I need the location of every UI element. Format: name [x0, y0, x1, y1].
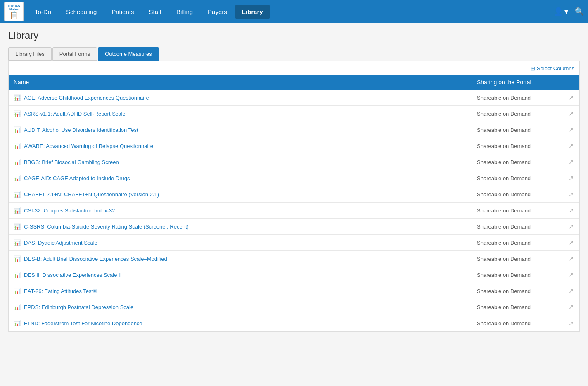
app-logo[interactable]: Therapy Notes 📋: [4, 2, 24, 21]
row-action-icon[interactable]: ↗: [569, 158, 574, 165]
row-sharing: Shareable on Demand: [472, 299, 563, 315]
row-name-link[interactable]: 📊CSI-32: Couples Satisfaction Index-32: [14, 207, 467, 214]
row-action-icon[interactable]: ↗: [569, 239, 574, 246]
table-toolbar: ⊞ Select Columns: [9, 65, 579, 75]
row-sharing: Shareable on Demand: [472, 235, 563, 251]
row-name-text: ACE: Adverse Childhood Experiences Quest…: [24, 95, 149, 101]
row-name-link[interactable]: 📊CRAFFT 2.1+N: CRAFFT+N Questionnaire (V…: [14, 191, 467, 198]
row-sharing: Shareable on Demand: [472, 219, 563, 235]
nav-scheduling[interactable]: Scheduling: [59, 5, 103, 19]
row-name-link[interactable]: 📊ACE: Adverse Childhood Experiences Ques…: [14, 94, 467, 101]
table-row: 📊EAT-26: Eating Attitudes Test©Shareable…: [9, 283, 579, 299]
row-name-text: CRAFFT 2.1+N: CRAFFT+N Questionnaire (Ve…: [24, 191, 159, 198]
row-sharing: Shareable on Demand: [472, 154, 563, 170]
chart-bar-icon: 📊: [14, 320, 21, 326]
row-sharing: Shareable on Demand: [472, 170, 563, 186]
row-action-icon[interactable]: ↗: [569, 207, 574, 214]
table-row: 📊CSI-32: Couples Satisfaction Index-32Sh…: [9, 203, 579, 219]
row-action-icon[interactable]: ↗: [569, 110, 574, 117]
row-action-icon[interactable]: ↗: [569, 191, 574, 198]
chart-bar-icon: 📊: [14, 110, 21, 117]
nav-billing[interactable]: Billing: [170, 5, 199, 19]
row-name-text: BBGS: Brief Biosocial Gambling Screen: [24, 159, 119, 165]
row-name-text: DES II: Dissociative Experiences Scale I…: [24, 272, 121, 278]
page-content: Library Library Files Portal Forms Outco…: [0, 23, 588, 338]
row-name-link[interactable]: 📊EAT-26: Eating Attitudes Test©: [14, 288, 467, 294]
chart-bar-icon: 📊: [14, 159, 21, 165]
nav-todo[interactable]: To-Do: [28, 5, 58, 19]
row-name-text: CAGE-AID: CAGE Adapted to Include Drugs: [24, 175, 130, 181]
row-name-text: C-SSRS: Columbia-Suicide Severity Rating…: [24, 224, 189, 230]
grid-icon: ⊞: [531, 65, 535, 71]
row-name-text: DES-B: Adult Brief Dissociative Experien…: [24, 256, 167, 262]
row-action-icon[interactable]: ↗: [569, 319, 574, 326]
nav-library[interactable]: Library: [235, 5, 270, 19]
table-row: 📊AWARE: Advanced Warning of Relapse Ques…: [9, 138, 579, 154]
row-action-icon[interactable]: ↗: [569, 223, 574, 230]
chart-bar-icon: 📊: [14, 304, 21, 310]
chart-bar-icon: 📊: [14, 223, 21, 230]
nav-staff[interactable]: Staff: [142, 5, 168, 19]
row-action-icon[interactable]: ↗: [569, 174, 574, 181]
table-row: 📊CAGE-AID: CAGE Adapted to Include Drugs…: [9, 170, 579, 186]
table-row: 📊C-SSRS: Columbia-Suicide Severity Ratin…: [9, 219, 579, 235]
row-sharing: Shareable on Demand: [472, 283, 563, 299]
select-columns-button[interactable]: ⊞ Select Columns: [531, 65, 574, 71]
table-row: 📊DES II: Dissociative Experiences Scale …: [9, 267, 579, 283]
row-name-link[interactable]: 📊AWARE: Advanced Warning of Relapse Ques…: [14, 143, 467, 149]
row-sharing: Shareable on Demand: [472, 138, 563, 154]
row-name-link[interactable]: 📊DAS: Dyadic Adjustment Scale: [14, 239, 467, 246]
tab-outcome-measures[interactable]: Outcome Measures: [98, 47, 159, 61]
row-action-icon[interactable]: ↗: [569, 303, 574, 310]
chart-bar-icon: 📊: [14, 288, 21, 294]
row-name-text: ASRS-v1.1: Adult ADHD Self-Report Scale: [24, 111, 126, 117]
row-name-text: CSI-32: Couples Satisfaction Index-32: [24, 207, 115, 214]
row-action-icon[interactable]: ↗: [569, 271, 574, 278]
row-action-icon[interactable]: ↗: [569, 255, 574, 262]
chart-bar-icon: 📊: [14, 272, 21, 278]
row-name-text: FTND: Fagerström Test For Nicotine Depen…: [24, 320, 142, 326]
row-sharing: Shareable on Demand: [472, 122, 563, 138]
row-sharing: Shareable on Demand: [472, 315, 563, 331]
row-name-link[interactable]: 📊BBGS: Brief Biosocial Gambling Screen: [14, 159, 467, 165]
chart-bar-icon: 📊: [14, 126, 21, 133]
table-row: 📊ASRS-v1.1: Adult ADHD Self-Report Scale…: [9, 106, 579, 122]
col-header-action: [563, 75, 579, 90]
user-menu[interactable]: 👤 ▾: [554, 7, 568, 16]
row-name-link[interactable]: 📊CAGE-AID: CAGE Adapted to Include Drugs: [14, 175, 467, 181]
row-action-icon[interactable]: ↗: [569, 94, 574, 101]
chart-bar-icon: 📊: [14, 191, 21, 198]
row-name-link[interactable]: 📊ASRS-v1.1: Adult ADHD Self-Report Scale: [14, 110, 467, 117]
chart-bar-icon: 📊: [14, 143, 21, 149]
tab-portal-forms[interactable]: Portal Forms: [52, 47, 97, 61]
row-name-link[interactable]: 📊AUDIT: Alcohol Use Disorders Identifica…: [14, 126, 467, 133]
nav-items: To-Do Scheduling Patients Staff Billing …: [28, 5, 554, 19]
nav-payers[interactable]: Payers: [201, 5, 234, 19]
outcomes-table: Name Sharing on the Portal 📊ACE: Adverse…: [9, 75, 579, 331]
row-name-link[interactable]: 📊FTND: Fagerström Test For Nicotine Depe…: [14, 320, 467, 326]
tab-library-files[interactable]: Library Files: [8, 47, 52, 61]
row-name-link[interactable]: 📊DES II: Dissociative Experiences Scale …: [14, 272, 467, 278]
select-columns-label: Select Columns: [537, 65, 574, 71]
row-name-text: EAT-26: Eating Attitudes Test©: [24, 288, 97, 294]
row-sharing: Shareable on Demand: [472, 203, 563, 219]
chart-bar-icon: 📊: [14, 239, 21, 246]
row-action-icon[interactable]: ↗: [569, 142, 574, 149]
row-name-link[interactable]: 📊DES-B: Adult Brief Dissociative Experie…: [14, 255, 467, 262]
table-row: 📊ACE: Adverse Childhood Experiences Ques…: [9, 90, 579, 106]
table-row: 📊DES-B: Adult Brief Dissociative Experie…: [9, 251, 579, 267]
table-row: 📊FTND: Fagerström Test For Nicotine Depe…: [9, 315, 579, 331]
row-sharing: Shareable on Demand: [472, 267, 563, 283]
search-button[interactable]: 🔍: [575, 7, 584, 16]
row-name-link[interactable]: 📊C-SSRS: Columbia-Suicide Severity Ratin…: [14, 223, 467, 230]
row-name-text: AUDIT: Alcohol Use Disorders Identificat…: [24, 127, 138, 133]
chart-bar-icon: 📊: [14, 255, 21, 262]
row-sharing: Shareable on Demand: [472, 251, 563, 267]
table-area: ⊞ Select Columns Name Sharing on the Por…: [8, 61, 580, 332]
topnav-right: 👤 ▾ 🔍: [554, 7, 584, 16]
row-sharing: Shareable on Demand: [472, 90, 563, 106]
row-name-link[interactable]: 📊EPDS: Edinburgh Postnatal Depression Sc…: [14, 304, 467, 310]
row-action-icon[interactable]: ↗: [569, 287, 574, 294]
row-action-icon[interactable]: ↗: [569, 126, 574, 133]
nav-patients[interactable]: Patients: [105, 5, 140, 19]
